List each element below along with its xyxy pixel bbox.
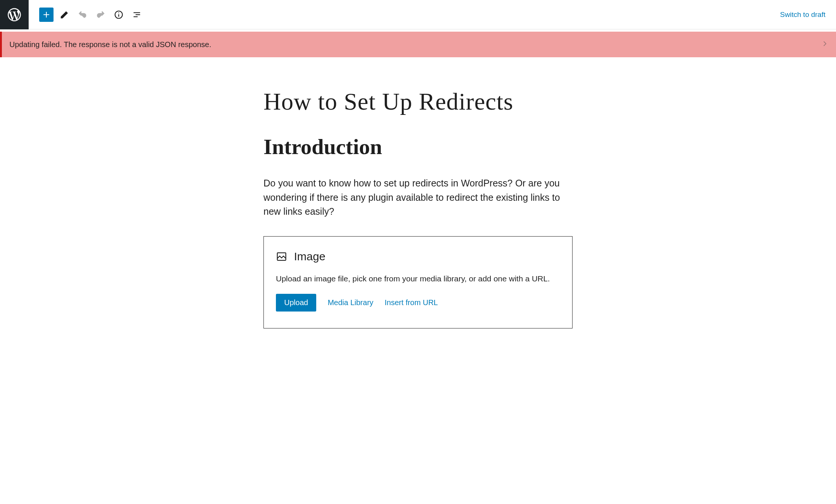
svg-point-2 xyxy=(118,12,119,13)
paragraph-block[interactable]: Do you want to know how to set up redire… xyxy=(263,176,573,219)
info-button[interactable] xyxy=(112,8,126,22)
upload-button[interactable]: Upload xyxy=(276,294,316,312)
image-block-description: Upload an image file, pick one from your… xyxy=(276,274,560,283)
redo-icon xyxy=(96,10,106,20)
wordpress-logo[interactable] xyxy=(0,0,29,29)
pencil-icon xyxy=(60,10,69,20)
editor-content: How to Set Up Redirects Introduction Do … xyxy=(263,57,573,344)
error-message: Updating failed. The response is not a v… xyxy=(9,40,211,49)
dismiss-error-button[interactable] xyxy=(821,40,828,49)
error-notice: Updating failed. The response is not a v… xyxy=(0,32,836,57)
svg-rect-6 xyxy=(277,253,286,260)
undo-button[interactable] xyxy=(75,8,90,22)
switch-to-draft-link[interactable]: Switch to draft xyxy=(780,11,825,18)
editor-toolbar xyxy=(29,8,780,22)
outline-icon xyxy=(132,10,142,20)
add-block-button[interactable] xyxy=(39,8,54,22)
outline-button[interactable] xyxy=(130,8,144,22)
edit-mode-button[interactable] xyxy=(57,8,72,22)
redo-button[interactable] xyxy=(93,8,108,22)
heading-block[interactable]: Introduction xyxy=(263,134,573,160)
image-icon xyxy=(276,251,287,262)
insert-from-url-button[interactable]: Insert from URL xyxy=(385,298,438,307)
image-block-actions: Upload Media Library Insert from URL xyxy=(276,294,560,312)
image-block-title: Image xyxy=(294,250,325,263)
plus-icon xyxy=(41,10,51,20)
topbar-right: Switch to draft xyxy=(780,11,836,19)
image-block-header: Image xyxy=(276,250,560,263)
post-title[interactable]: How to Set Up Redirects xyxy=(263,87,573,116)
editor-topbar: Switch to draft xyxy=(0,0,836,29)
image-block-placeholder[interactable]: Image Upload an image file, pick one fro… xyxy=(263,236,573,328)
undo-icon xyxy=(78,10,87,20)
wordpress-icon xyxy=(6,7,22,23)
info-icon xyxy=(114,10,124,20)
chevron-right-icon xyxy=(821,40,828,47)
media-library-button[interactable]: Media Library xyxy=(328,298,373,307)
